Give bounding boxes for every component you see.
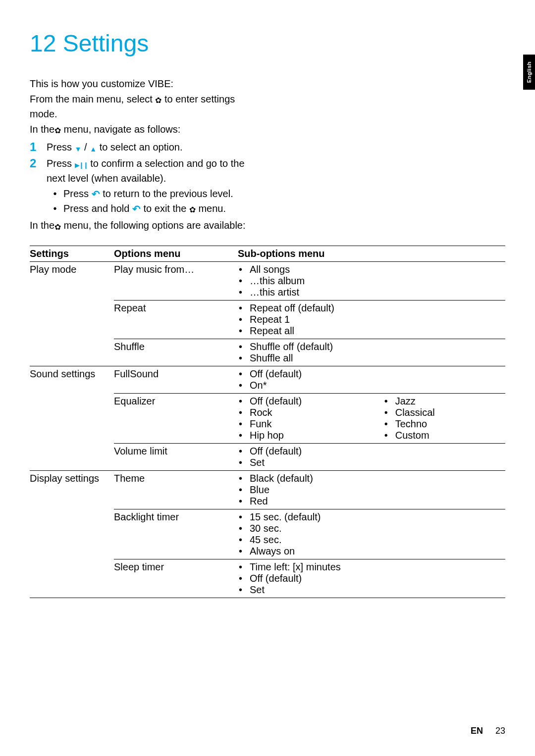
- sub-options-cell: 15 sec. (default)30 sec.45 sec.Always on: [238, 509, 505, 559]
- sub-option: …this artist: [238, 287, 502, 298]
- table-row: Display settingsThemeBlack (default)Blue…: [30, 470, 505, 509]
- sub-option: Shuffle off (default): [238, 341, 502, 353]
- sub-options-cell: Repeat off (default)Repeat 1Repeat all: [238, 300, 505, 339]
- sub-option: Hip hop: [238, 430, 383, 441]
- page-title: 12 Settings: [30, 30, 505, 57]
- footer-page: 23: [495, 726, 505, 736]
- settings-cell: [30, 300, 114, 339]
- settings-cell: [30, 339, 114, 366]
- sub-option: Time left: [x] minutes: [238, 561, 502, 573]
- intro-line-1: This is how you customize VIBE:: [30, 77, 258, 91]
- sub-options-cell: Off (default)RockFunkHip hopJazzClassica…: [238, 393, 505, 443]
- sub-option: 45 sec.: [238, 534, 502, 546]
- intro-line-2: From the main menu, select to enter sett…: [30, 92, 258, 121]
- sub-option: Off (default): [238, 573, 502, 584]
- option-cell: Volume limit: [114, 443, 238, 470]
- sub-option: Off (default): [238, 396, 383, 407]
- settings-cell: [30, 443, 114, 470]
- table-row: RepeatRepeat off (default)Repeat 1Repeat…: [30, 300, 505, 339]
- settings-cell: [30, 509, 114, 559]
- sub-option: Set: [238, 584, 502, 596]
- option-cell: FullSound: [114, 366, 238, 393]
- footer-lang: EN: [471, 726, 483, 736]
- settings-cell: Sound settings: [30, 366, 114, 393]
- sub-option: Shuffle all: [238, 353, 502, 364]
- sub-option: 15 sec. (default): [238, 511, 502, 523]
- sub-option: Rock: [238, 407, 383, 418]
- language-tab: English: [523, 54, 535, 90]
- step-number: 2: [30, 156, 47, 171]
- th-sub: Sub-options menu: [238, 246, 505, 261]
- sub-option: Repeat off (default): [238, 302, 502, 314]
- option-cell: Repeat: [114, 300, 238, 339]
- sub-option: Red: [238, 496, 502, 507]
- sub-bullet-1: • Press to return to the previous level.: [47, 187, 258, 202]
- back-icon: [92, 187, 100, 202]
- table-row: Sound settingsFullSoundOff (default)On*: [30, 366, 505, 393]
- sub-option: All songs: [238, 264, 502, 275]
- step-number: 1: [30, 140, 47, 154]
- table-row: Backlight timer15 sec. (default)30 sec.4…: [30, 509, 505, 559]
- settings-cell: Display settings: [30, 470, 114, 509]
- sub-option: Blue: [238, 484, 502, 496]
- sub-option: Off (default): [238, 446, 502, 457]
- sub-options-cell: Shuffle off (default)Shuffle all: [238, 339, 505, 366]
- sub-option: Off (default): [238, 368, 502, 380]
- sub-bullet-2: • Press and hold to exit the menu.: [47, 202, 258, 216]
- option-cell: Equalizer: [114, 393, 238, 443]
- table-row: Play modePlay music from…All songs…this …: [30, 261, 505, 300]
- sub-option: Always on: [238, 546, 502, 557]
- sub-option: Techno: [383, 418, 502, 430]
- th-settings: Settings: [30, 246, 114, 261]
- gear-icon: [155, 93, 161, 107]
- sub-options-cell: All songs…this album…this artist: [238, 261, 505, 300]
- closing-line: In the menu, the following options are a…: [30, 218, 258, 233]
- sub-options-cell: Time left: [x] minutesOff (default)Set: [238, 559, 505, 598]
- down-icon: [75, 141, 82, 155]
- sub-option: Classical: [383, 407, 502, 418]
- table-row: Sleep timerTime left: [x] minutesOff (de…: [30, 559, 505, 598]
- th-options: Options menu: [114, 246, 238, 261]
- step-1: 1 Press / to select an option.: [30, 140, 258, 155]
- table-row: ShuffleShuffle off (default)Shuffle all: [30, 339, 505, 366]
- settings-cell: [30, 393, 114, 443]
- sub-options-cell: Off (default)Set: [238, 443, 505, 470]
- sub-option: …this album: [238, 275, 502, 287]
- sub-option: Set: [238, 457, 502, 468]
- page-footer: EN 23: [471, 726, 505, 736]
- sub-option: Funk: [238, 418, 383, 430]
- sub-option: Black (default): [238, 473, 502, 484]
- sub-options-cell: Black (default)BlueRed: [238, 470, 505, 509]
- option-cell: Backlight timer: [114, 509, 238, 559]
- intro-block: This is how you customize VIBE: From the…: [30, 77, 258, 234]
- option-cell: Theme: [114, 470, 238, 509]
- step-2: 2 Press to confirm a selection and go to…: [30, 156, 258, 186]
- intro-line-3: In the menu, navigate as follows:: [30, 122, 258, 137]
- settings-cell: [30, 559, 114, 598]
- option-cell: Shuffle: [114, 339, 238, 366]
- gear-icon: [189, 202, 196, 216]
- sub-option: Repeat all: [238, 325, 502, 337]
- table-row: EqualizerOff (default)RockFunkHip hopJaz…: [30, 393, 505, 443]
- option-cell: Sleep timer: [114, 559, 238, 598]
- settings-cell: Play mode: [30, 261, 114, 300]
- gear-icon: [54, 123, 61, 137]
- sub-option: 30 sec.: [238, 523, 502, 534]
- settings-table: Settings Options menu Sub-options menu P…: [30, 246, 505, 598]
- sub-options-cell: Off (default)On*: [238, 366, 505, 393]
- option-cell: Play music from…: [114, 261, 238, 300]
- sub-option: Repeat 1: [238, 314, 502, 325]
- sub-option: On*: [238, 380, 502, 391]
- back-icon: [132, 202, 141, 216]
- gear-icon: [54, 219, 61, 234]
- sub-option: Jazz: [383, 396, 502, 407]
- sub-option: Custom: [383, 430, 502, 441]
- up-icon: [90, 141, 97, 155]
- play-pause-icon: [75, 157, 88, 171]
- table-row: Volume limitOff (default)Set: [30, 443, 505, 470]
